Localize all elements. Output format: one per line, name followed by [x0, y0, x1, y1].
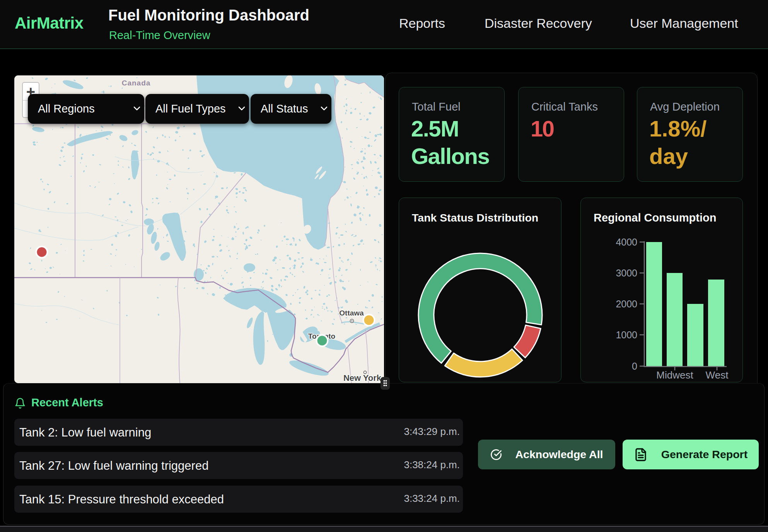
svg-text:Midwest: Midwest [656, 369, 693, 381]
svg-text:Ottawa: Ottawa [339, 309, 364, 317]
svg-text:West: West [706, 369, 729, 381]
svg-text:4000: 4000 [616, 237, 637, 247]
svg-text:2000: 2000 [616, 298, 637, 309]
svg-text:Canada: Canada [122, 79, 151, 87]
svg-text:New York: New York [343, 373, 382, 383]
svg-text:3000: 3000 [616, 268, 637, 278]
svg-text:1000: 1000 [616, 329, 637, 340]
svg-text:0: 0 [632, 361, 637, 372]
